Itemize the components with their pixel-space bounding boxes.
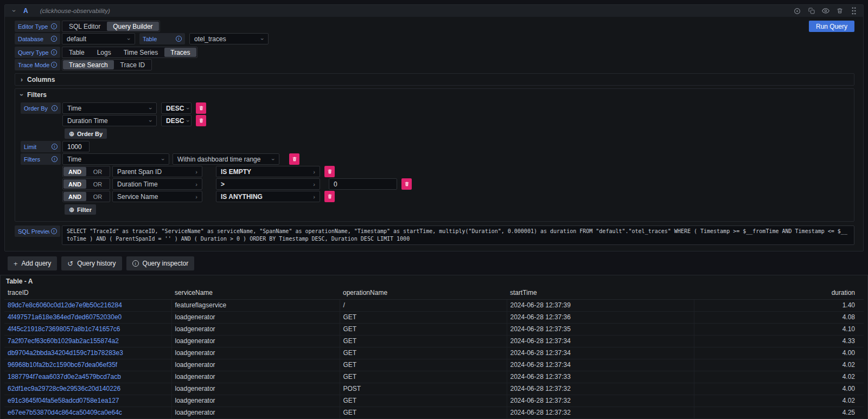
or-toggle[interactable]: OR (86, 179, 109, 189)
remove-filter-button[interactable] (289, 153, 299, 165)
info-icon[interactable]: i (51, 49, 57, 55)
circle-dot-icon[interactable] (793, 7, 801, 15)
collapse-query-icon[interactable]: › (10, 7, 18, 15)
query-type-option-table[interactable]: Table (63, 48, 91, 57)
filter-operator-select[interactable]: IS ANYTHING › (216, 191, 320, 202)
chevron-down-icon: › (310, 194, 315, 200)
info-icon[interactable]: i (51, 23, 57, 29)
order-by-field-select[interactable]: Time › (62, 102, 157, 114)
chevron-down-icon: › (310, 169, 315, 175)
trace-id-link[interactable]: e91c3645f04fa5e58adcd0758e1ea127 (8, 397, 119, 404)
database-select[interactable]: default › (62, 33, 135, 44)
remove-order-by-button[interactable] (196, 102, 206, 114)
info-icon[interactable]: i (52, 144, 58, 150)
drag-handle-icon[interactable] (850, 7, 858, 15)
editor-type-option-sql-editor[interactable]: SQL Editor (63, 22, 106, 31)
filters-section-toggle[interactable]: › Filters (15, 89, 854, 100)
and-toggle[interactable]: AND (63, 179, 86, 189)
editor-type-option-query-builder[interactable]: Query Builder (107, 22, 158, 31)
service-name-cell: featureflagservice (171, 299, 340, 311)
indent-spacer (21, 115, 62, 126)
eye-icon[interactable] (821, 7, 829, 15)
query-row-actions (793, 7, 858, 15)
indent-spacer (21, 203, 62, 217)
query-inspector-button[interactable]: i Query inspector (126, 256, 195, 270)
start-time-cell: 2024-06-28 12:37:34 (507, 347, 694, 359)
columns-section-toggle[interactable]: › Columns (15, 74, 854, 85)
table-header-row: traceID serviceName operationName startT… (4, 287, 864, 299)
start-time-cell: 2024-06-28 12:37:32 (507, 407, 694, 418)
operation-name-cell: GET (340, 359, 507, 371)
info-icon[interactable]: i (51, 228, 57, 234)
chevron-right-icon: › (21, 76, 23, 83)
add-query-button[interactable]: + Add query (8, 256, 57, 270)
column-header-operationname[interactable]: operationName (340, 287, 507, 299)
order-by-direction-select[interactable]: DESC › (161, 115, 192, 126)
filter-operator-select[interactable]: > › (216, 178, 320, 190)
add-filter-button[interactable]: ⊕ Filter (65, 204, 96, 215)
copy-query-icon[interactable] (807, 7, 815, 15)
column-header-starttime[interactable]: startTime (507, 287, 694, 299)
trace-id-link[interactable]: 4f45c21918c73698057a8b1c741657c6 (8, 325, 120, 333)
query-history-button[interactable]: ↺ Query history (61, 256, 122, 270)
editor-type-radio-group: SQL Editor Query Builder (62, 21, 160, 32)
info-icon[interactable]: i (51, 62, 57, 68)
trace-id-link[interactable]: 7a2f07ecf63c60b1029ab2ac155874a2 (8, 337, 119, 345)
filter-operator-select[interactable]: IS EMPTY › (216, 166, 320, 177)
columns-section: › Columns (15, 73, 854, 86)
info-icon[interactable]: i (51, 36, 57, 42)
info-icon[interactable]: i (52, 105, 58, 111)
query-type-option-logs[interactable]: Logs (91, 48, 117, 57)
query-editor-row: › A (clickhouse-observability) Edit (4, 4, 864, 252)
query-type-option-time-series[interactable]: Time Series (118, 48, 164, 57)
column-header-duration[interactable]: duration (694, 287, 864, 299)
and-toggle[interactable]: AND (63, 167, 86, 176)
column-header-traceid[interactable]: traceID (4, 287, 171, 299)
history-icon: ↺ (67, 260, 73, 268)
order-by-field-select[interactable]: Duration Time › (62, 115, 157, 126)
filter-field-select[interactable]: Time › (62, 153, 169, 165)
trace-mode-option-trace-id[interactable]: Trace ID (114, 60, 151, 69)
limit-input[interactable] (62, 141, 90, 152)
filter-field-select[interactable]: Parent Span ID › (112, 166, 202, 177)
trace-id-link[interactable]: 4f497571a618e364ed7ded60752030e0 (8, 313, 122, 321)
operation-name-cell: GET (340, 323, 507, 335)
trace-id-link[interactable]: 89dc7e8c6060c0d12de7e9b50c216284 (8, 301, 122, 309)
filter-field-select[interactable]: Service Name › (112, 191, 202, 202)
add-order-by-button[interactable]: ⊕ Order By (65, 128, 107, 139)
operation-name-cell: GET (340, 371, 507, 383)
trace-id-link[interactable]: db9704a2bbda34204d159c71b78283e3 (8, 349, 123, 357)
trace-id-link[interactable]: 1887794f7eaa6037d0e2a4579bcd7acb (8, 373, 121, 381)
trace-id-link[interactable]: 62df1ec9a29728c9e29536c20d140226 (8, 385, 120, 392)
service-name-cell: loadgenerator (171, 311, 340, 323)
plus-icon: + (14, 260, 18, 268)
or-toggle[interactable]: OR (86, 192, 109, 201)
info-circle-icon: i (132, 260, 139, 267)
operation-name-cell: POST (340, 383, 507, 395)
filter-value-input[interactable] (329, 178, 397, 190)
info-icon[interactable]: i (52, 156, 58, 162)
trace-id-link[interactable]: e67ee7b53870d4c864ca50409ca0e64c (8, 409, 122, 416)
start-time-cell: 2024-06-28 12:37:34 (507, 359, 694, 371)
table-select[interactable]: otel_traces › (189, 33, 269, 44)
trace-mode-option-trace-search[interactable]: Trace Search (63, 60, 114, 69)
or-toggle[interactable]: OR (86, 167, 109, 176)
remove-order-by-button[interactable] (196, 115, 206, 126)
column-header-servicename[interactable]: serviceName (171, 287, 340, 299)
trash-icon[interactable] (835, 7, 844, 15)
filter-operator-select[interactable]: Within dashboard time range › (173, 153, 279, 165)
run-query-button[interactable]: Run Query (809, 21, 854, 32)
remove-filter-button[interactable] (401, 178, 412, 190)
trace-id-link[interactable]: 96968b10fa2b2c1590bc67dea06ef35f (8, 361, 117, 369)
operation-name-cell: GET (340, 335, 507, 347)
filter-field-select[interactable]: Duration Time › (112, 178, 202, 190)
info-icon[interactable]: i (176, 36, 182, 42)
and-toggle[interactable]: AND (63, 192, 86, 201)
query-type-option-traces[interactable]: Traces (164, 48, 196, 57)
sql-preview-field-label: SQL Preview i (15, 225, 60, 237)
combinator-toggle: AND OR (62, 178, 110, 190)
remove-filter-button[interactable] (324, 191, 335, 202)
order-by-direction-select[interactable]: DESC › (161, 102, 192, 114)
operation-name-cell: GET (340, 395, 507, 407)
remove-filter-button[interactable] (324, 166, 335, 177)
